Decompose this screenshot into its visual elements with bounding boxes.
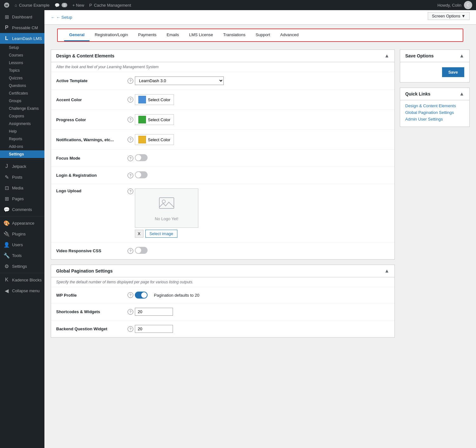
quick-links-toggle[interactable]: ▲ bbox=[459, 91, 464, 97]
video-responsive-control bbox=[135, 247, 389, 255]
new-content-link[interactable]: + New bbox=[72, 3, 84, 8]
submenu-item-add-ons[interactable]: Add-ons bbox=[0, 143, 44, 150]
sidebar-item-pages[interactable]: ⊞ Pages bbox=[0, 193, 44, 204]
focus-mode-toggle[interactable] bbox=[135, 154, 148, 161]
media-icon: ⊡ bbox=[4, 185, 10, 191]
sidebar-item-posts[interactable]: ✎ Posts bbox=[0, 172, 44, 182]
sidebar-item-kadence[interactable]: K Kadence Blocks bbox=[0, 274, 44, 285]
submenu-item-groups[interactable]: Groups bbox=[0, 97, 44, 105]
tab-translations[interactable]: Translations bbox=[218, 29, 250, 41]
comments-icon: 💬 bbox=[55, 3, 60, 8]
wp-profile-toggle[interactable] bbox=[135, 292, 148, 299]
screen-options-button[interactable]: Screen Options ▼ bbox=[428, 12, 470, 20]
tab-emails[interactable]: Emails bbox=[162, 29, 184, 41]
focus-mode-help-icon[interactable]: ? bbox=[128, 155, 133, 161]
notifications-color-button[interactable]: Select Color bbox=[135, 134, 174, 145]
login-registration-toggle[interactable] bbox=[135, 171, 148, 178]
wp-profile-help-icon[interactable]: ? bbox=[128, 292, 133, 298]
active-template-help-icon[interactable]: ? bbox=[128, 78, 133, 84]
sidebar-item-users[interactable]: 👤 Users bbox=[0, 239, 44, 250]
sidebar-item-comments[interactable]: 💬 Comments bbox=[0, 204, 44, 215]
save-button[interactable]: Save bbox=[442, 67, 464, 77]
settings-wp-icon: ⚙ bbox=[4, 263, 10, 269]
accent-color-help-icon[interactable]: ? bbox=[128, 97, 133, 102]
setup-back-link[interactable]: ← ← Setup bbox=[51, 12, 72, 22]
progress-color-help-icon[interactable]: ? bbox=[128, 117, 133, 122]
sidebar-item-plugins[interactable]: 🔌 Plugins bbox=[0, 228, 44, 239]
video-responsive-toggle[interactable] bbox=[135, 247, 148, 254]
save-options-header: Save Options ▲ bbox=[400, 50, 469, 62]
pagination-section: Global Pagination Settings ▲ Specify the… bbox=[51, 265, 395, 338]
cache-management-link[interactable]: P Cache Management bbox=[89, 3, 131, 8]
sidebar-item-learndash[interactable]: L LearnDash LMS bbox=[0, 33, 44, 44]
tab-advanced[interactable]: Advanced bbox=[275, 29, 304, 41]
login-registration-label: Login & Registration bbox=[56, 173, 126, 178]
submenu-item-courses[interactable]: Courses bbox=[0, 51, 44, 59]
sidebar-item-jetpack[interactable]: J Jetpack bbox=[0, 161, 44, 172]
back-arrow-icon: ← bbox=[51, 15, 55, 20]
login-registration-help-icon[interactable]: ? bbox=[128, 173, 133, 178]
wp-logo-link[interactable]: W bbox=[4, 2, 10, 8]
cache-icon: P bbox=[89, 3, 92, 8]
focus-mode-control bbox=[135, 154, 389, 162]
tab-support[interactable]: Support bbox=[251, 29, 275, 41]
appearance-icon: 🎨 bbox=[4, 220, 10, 226]
logo-remove-button[interactable]: X bbox=[135, 230, 143, 238]
sidebar-item-appearance[interactable]: 🎨 Appearance bbox=[0, 218, 44, 228]
quick-link-admin[interactable]: Admin User Settings bbox=[405, 117, 464, 122]
sidebar-item-pressable[interactable]: P Pressable CM bbox=[0, 22, 44, 33]
submenu-item-certificates[interactable]: Certificates bbox=[0, 89, 44, 97]
backend-question-help-icon[interactable]: ? bbox=[128, 326, 133, 332]
logo-upload-help-icon[interactable]: ? bbox=[128, 188, 133, 194]
accent-color-button[interactable]: Select Color bbox=[135, 94, 174, 105]
design-section-toggle[interactable]: ▲ bbox=[384, 53, 389, 59]
active-template-select[interactable]: LearnDash 3.0 bbox=[135, 76, 224, 85]
submenu-item-settings[interactable]: Settings bbox=[0, 150, 44, 158]
backend-question-label: Backend Question Widget bbox=[56, 326, 126, 331]
quick-links-box: Quick Links ▲ Design & Content Elements … bbox=[400, 88, 470, 127]
pagination-section-toggle[interactable]: ▲ bbox=[384, 268, 389, 274]
video-responsive-help-icon[interactable]: ? bbox=[128, 248, 133, 254]
progress-color-button[interactable]: Select Color bbox=[135, 114, 174, 125]
svg-point-3 bbox=[162, 200, 165, 203]
quick-link-design[interactable]: Design & Content Elements bbox=[405, 103, 464, 108]
sidebar-item-media[interactable]: ⊡ Media bbox=[0, 182, 44, 193]
home-icon: ⌂ bbox=[15, 3, 17, 8]
submenu-item-quizzes[interactable]: Quizzes bbox=[0, 74, 44, 82]
save-options-toggle[interactable]: ▲ bbox=[459, 53, 464, 59]
submenu-item-reports[interactable]: Reports bbox=[0, 135, 44, 143]
wp-profile-row: WP Profile ? Pagination defaults to 20 bbox=[51, 287, 394, 303]
submenu-item-challenge-exams[interactable]: Challenge Exams bbox=[0, 105, 44, 112]
comments-link[interactable]: 💬 0 bbox=[55, 3, 67, 8]
submenu-item-coupons[interactable]: Coupons bbox=[0, 112, 44, 120]
backend-question-input[interactable] bbox=[135, 325, 173, 333]
user-avatar[interactable]: C bbox=[464, 1, 472, 9]
sidebar-item-collapse[interactable]: ◀ Collapse menu bbox=[0, 285, 44, 296]
submenu-item-assignments[interactable]: Assignments bbox=[0, 120, 44, 128]
submenu-item-help[interactable]: Help bbox=[0, 128, 44, 135]
sidebar-item-settings-wp[interactable]: ⚙ Settings bbox=[0, 261, 44, 272]
notifications-color-help-icon[interactable]: ? bbox=[128, 137, 133, 142]
tab-payments[interactable]: Payments bbox=[133, 29, 162, 41]
shortcodes-help-icon[interactable]: ? bbox=[128, 309, 133, 315]
site-name-link[interactable]: ⌂ Course Example bbox=[15, 3, 50, 8]
design-section: Design & Content Elements ▲ Alter the lo… bbox=[51, 49, 395, 260]
backend-question-control bbox=[135, 325, 389, 333]
pagination-section-desc: Specify the default number of items disp… bbox=[51, 277, 394, 287]
tab-registration[interactable]: Registration/Login bbox=[89, 29, 133, 41]
sidebar-item-dashboard[interactable]: ⊞ Dashboard bbox=[0, 11, 44, 22]
tab-general[interactable]: General bbox=[64, 29, 89, 41]
tab-lms-license[interactable]: LMS License bbox=[184, 29, 218, 41]
shortcodes-input[interactable] bbox=[135, 308, 173, 316]
sidebar-item-tools[interactable]: 🔧 Tools bbox=[0, 250, 44, 261]
submenu-item-topics[interactable]: Topics bbox=[0, 67, 44, 74]
logo-placeholder-text: No Logo Yet! bbox=[155, 216, 178, 221]
select-image-button[interactable]: Select image bbox=[145, 230, 177, 238]
submenu-item-setup[interactable]: Setup bbox=[0, 44, 44, 51]
logo-upload-area: No Logo Yet! bbox=[135, 188, 198, 228]
submenu-item-questions[interactable]: Questions bbox=[0, 82, 44, 89]
quick-link-pagination[interactable]: Global Pagination Settings bbox=[405, 110, 464, 115]
design-section-header: Design & Content Elements ▲ bbox=[51, 50, 394, 62]
submenu-item-lessons[interactable]: Lessons bbox=[0, 59, 44, 67]
pagination-section-title: Global Pagination Settings bbox=[56, 268, 113, 273]
